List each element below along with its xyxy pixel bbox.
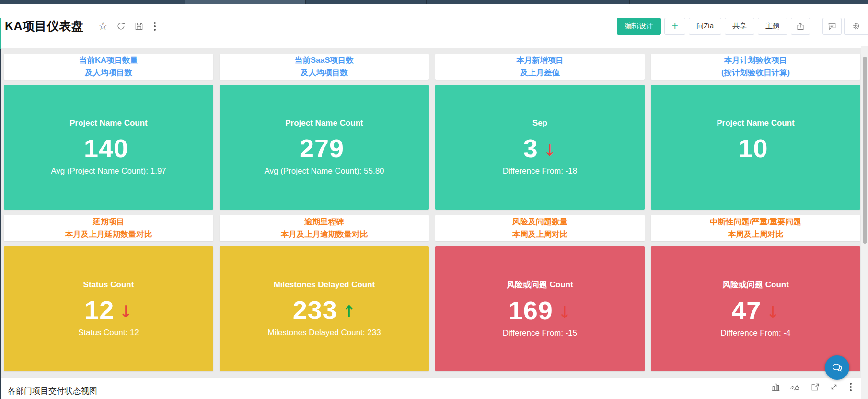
expand-icon[interactable] <box>829 382 839 392</box>
kpi-label: Project Name Count <box>69 118 147 128</box>
top-strip-divider <box>629 0 630 4</box>
panel-toolbar <box>771 382 854 392</box>
kpi-subtext: Difference From: -4 <box>720 329 790 339</box>
comment-icon <box>827 22 837 31</box>
widget-title-line2: 本周及上周对比 <box>728 228 784 241</box>
dashboard-header: KA项目仪表盘 ☆ 编辑设计 + 问Zia 共享 主题 <box>0 4 868 48</box>
vertical-scrollbar[interactable] <box>861 46 868 399</box>
widget-title-line2: 本周及上周对比 <box>512 228 568 241</box>
refresh-icon[interactable] <box>116 21 126 31</box>
widget-title-line2: (按计划验收日计算) <box>721 67 790 79</box>
widget-title-line1: 当前SaaS项目数 <box>295 54 354 67</box>
toolbar: 编辑设计 + 问Zia 共享 主题 <box>613 18 868 35</box>
theme-button[interactable]: 主题 <box>758 18 787 35</box>
add-button[interactable]: + <box>664 18 685 35</box>
kpi-widget[interactable]: 风险或问题 Count 47↓ Difference From: -4 <box>651 246 860 371</box>
left-edge-border <box>0 49 1 399</box>
kpi-grid: 当前KA项目数量 及人均项目数 当前SaaS项目数 及人均项目数 本月新增项目 … <box>0 48 868 371</box>
kpi-label: Project Name Count <box>285 118 363 128</box>
save-icon[interactable] <box>134 22 144 31</box>
widget-title-line1: 逾期里程碑 <box>304 216 344 228</box>
chart-type-icon[interactable] <box>771 382 781 392</box>
kpi-value: 3 <box>523 133 538 163</box>
trend-arrow-icon: ↓ <box>119 302 133 321</box>
kpi-label: Sep <box>532 118 547 128</box>
widget-title-line2: 本月及上月逾期数量对比 <box>281 228 368 241</box>
widget-title-line2: 及人均项目数 <box>85 67 132 79</box>
share-button[interactable]: 共享 <box>725 18 754 35</box>
kpi-subtext: Status Count: 12 <box>78 328 139 338</box>
chat-bubbles-icon <box>831 361 844 375</box>
kpi-widget[interactable]: 风险或问题 Count 169↓ Difference From: -15 <box>435 246 645 371</box>
panel-more-options-icon[interactable] <box>848 382 854 392</box>
widget-title-line2: 本月及上月延期数量对比 <box>65 228 152 241</box>
top-strip-divider <box>426 0 427 4</box>
kpi-value: 12 <box>84 295 114 325</box>
widget-title-line1: 风险及问题数量 <box>512 216 568 228</box>
kpi-subtext: Difference From: -15 <box>503 329 578 339</box>
kpi-widget-title: 本月新增项目 及上月差值 <box>435 54 645 80</box>
top-strip-divider <box>305 0 306 4</box>
kpi-widget[interactable]: Status Count 12↓ Status Count: 12 <box>4 246 213 371</box>
kpi-subtext: Difference From: -18 <box>503 166 578 176</box>
settings-button[interactable] <box>844 18 868 35</box>
export-button[interactable] <box>791 18 810 35</box>
kpi-label: 风险或问题 Count <box>722 279 789 290</box>
kpi-value: 10 <box>738 133 768 163</box>
kpi-widget[interactable]: Project Name Count 10 <box>651 85 860 210</box>
kpi-value: 140 <box>84 133 128 163</box>
widget-title-line1: 中断性问题/严重/重要问题 <box>710 216 801 228</box>
trend-arrow-icon: ↓ <box>766 303 780 322</box>
kpi-widget-title: 中断性问题/严重/重要问题 本周及上周对比 <box>651 215 860 241</box>
kpi-widget-title: 风险及问题数量 本周及上周对比 <box>435 215 645 241</box>
zia-insights-icon[interactable] <box>790 382 801 392</box>
trend-arrow-icon: ↓ <box>558 303 572 322</box>
kpi-widget[interactable]: Sep 3↓ Difference From: -18 <box>435 85 645 210</box>
export-icon <box>796 22 805 31</box>
top-strip-divider <box>185 0 185 4</box>
window-top-strip <box>0 0 868 4</box>
kpi-subtext: Avg (Project Name Count): 1.97 <box>51 166 166 176</box>
widget-title-line1: 延期项目 <box>93 216 125 228</box>
widget-title-line2: 及人均项目数 <box>301 67 348 79</box>
kpi-subtext: Milestones Delayed Count: 233 <box>267 328 381 338</box>
trend-arrow-icon: ↓ <box>543 141 557 160</box>
kpi-widget-title: 逾期里程碑 本月及上月逾期数量对比 <box>220 215 429 241</box>
department-status-panel: 各部门项目交付状态视图 <box>0 378 868 399</box>
kpi-value: 47 <box>731 295 761 325</box>
kpi-subtext: Avg (Project Name Count): 55.80 <box>264 166 384 176</box>
page-title: KA项目仪表盘 <box>5 18 84 34</box>
trend-arrow-icon: ↑ <box>342 302 356 321</box>
panel-title: 各部门项目交付状态视图 <box>8 386 97 397</box>
kpi-widget[interactable]: Project Name Count 279 Avg (Project Name… <box>220 85 429 210</box>
widget-title-line1: 本月新增项目 <box>516 54 564 67</box>
kpi-widget-title: 当前SaaS项目数 及人均项目数 <box>220 54 429 80</box>
more-options-icon[interactable] <box>152 21 158 32</box>
left-accent-strip <box>0 18 1 49</box>
kpi-widget[interactable]: Project Name Count 140 Avg (Project Name… <box>4 85 213 210</box>
kpi-widget[interactable]: Milestones Delayed Count 233↑ Milestones… <box>220 246 429 371</box>
kpi-widget-title: 延期项目 本月及上月延期数量对比 <box>4 215 213 241</box>
kpi-label: Status Count <box>83 280 134 290</box>
gear-icon <box>852 21 861 32</box>
comments-button[interactable] <box>822 18 842 35</box>
top-strip-active-segment <box>185 0 305 4</box>
kpi-value: 169 <box>509 295 553 325</box>
favorite-star-icon[interactable]: ☆ <box>98 21 108 32</box>
kpi-widget-title: 本月计划验收项目 (按计划验收日计算) <box>651 54 860 80</box>
open-in-new-icon[interactable] <box>810 382 820 392</box>
kpi-label: 风险或问题 Count <box>507 279 573 290</box>
edit-design-button[interactable]: 编辑设计 <box>617 18 661 35</box>
kpi-widget-title: 当前KA项目数量 及人均项目数 <box>4 54 213 80</box>
widget-title-line2: 及上月差值 <box>520 67 560 79</box>
widget-title-line1: 当前KA项目数量 <box>79 54 138 67</box>
widget-title-line1: 本月计划验收项目 <box>724 54 787 67</box>
kpi-value: 279 <box>300 133 344 163</box>
kpi-value: 233 <box>293 295 337 325</box>
scrollbar-thumb[interactable] <box>863 57 867 244</box>
zia-chat-fab[interactable] <box>825 355 849 380</box>
kpi-label: Milestones Delayed Count <box>274 280 375 290</box>
kpi-label: Project Name Count <box>717 118 794 128</box>
ask-zia-button[interactable]: 问Zia <box>689 18 721 35</box>
